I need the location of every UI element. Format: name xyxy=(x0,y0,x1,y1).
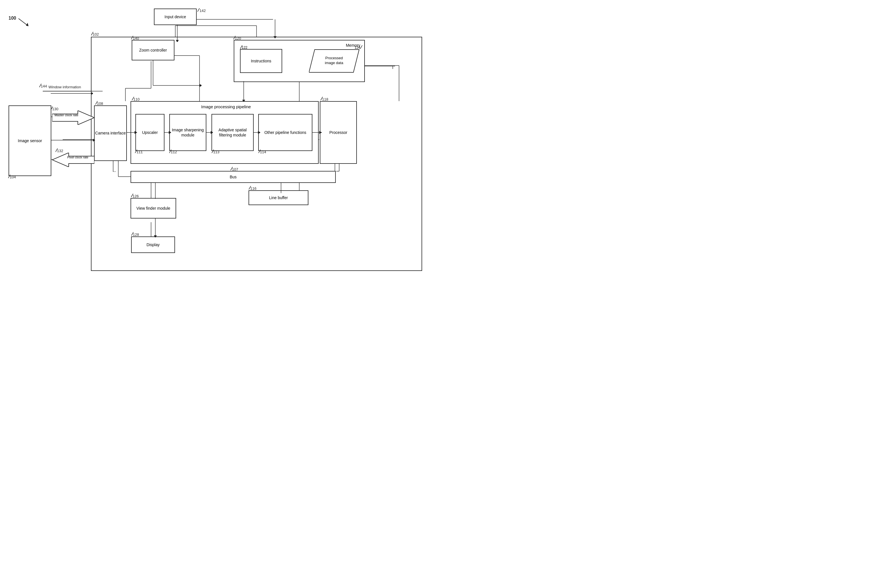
image-sensor-box: Image sensor xyxy=(9,105,51,176)
svg-line-39 xyxy=(91,32,93,35)
memory-box: Memory Instructions 122 Processed image … xyxy=(234,40,365,82)
svg-line-63 xyxy=(321,97,323,100)
svg-text:Master clock rate: Master clock rate xyxy=(54,113,78,117)
svg-line-56 xyxy=(56,148,57,152)
svg-line-60 xyxy=(169,150,171,153)
svg-marker-81 xyxy=(135,131,137,134)
svg-line-37 xyxy=(18,18,27,25)
other-functions-box: Other pipeline functions xyxy=(258,114,313,151)
svg-marker-54 xyxy=(52,153,94,167)
svg-marker-83 xyxy=(169,131,171,134)
sharpening-box: Image sharpening module xyxy=(169,114,206,151)
figure-arrow xyxy=(16,17,30,27)
svg-line-62 xyxy=(258,150,260,153)
svg-line-42 xyxy=(240,45,242,49)
zoom-controller-box: Zoom controller xyxy=(132,40,174,60)
svg-marker-85 xyxy=(210,131,213,134)
svg-line-61 xyxy=(212,150,214,153)
svg-marker-51 xyxy=(52,111,94,125)
upscaler-box: Upscaler xyxy=(135,114,164,151)
svg-line-71 xyxy=(131,232,134,236)
input-device-box: Input device xyxy=(154,9,197,25)
svg-line-59 xyxy=(135,150,137,153)
svg-line-53 xyxy=(51,106,53,110)
svg-line-49 xyxy=(39,84,41,87)
svg-marker-100 xyxy=(273,36,276,38)
svg-marker-97 xyxy=(176,40,179,42)
svg-line-48 xyxy=(8,175,10,178)
svg-line-66 xyxy=(231,167,233,170)
diagram: 100 102 Input device 142 Zoom controller… xyxy=(0,0,443,294)
svg-marker-79 xyxy=(93,139,95,142)
processed-image-data-box: Processed image data xyxy=(309,48,360,74)
svg-line-47 xyxy=(233,36,236,39)
ref-102-tick xyxy=(90,32,94,36)
view-finder-box: View finder module xyxy=(131,198,176,219)
svg-line-69 xyxy=(131,194,133,197)
display-box: Display xyxy=(131,237,175,253)
svg-marker-102 xyxy=(91,92,93,95)
instructions-box: Instructions xyxy=(240,49,282,73)
svg-text:Processed: Processed xyxy=(325,56,343,60)
bus-box: Bus xyxy=(131,171,336,183)
svg-marker-87 xyxy=(258,131,260,134)
svg-line-46 xyxy=(360,45,362,49)
pixel-clock-rate-box: Pixel clock rate xyxy=(52,153,94,167)
svg-line-58 xyxy=(132,97,134,100)
camera-interface-box: Camera interface xyxy=(94,105,127,161)
processor-box: Processor xyxy=(320,101,357,164)
svg-marker-95 xyxy=(200,84,201,87)
svg-text:Pixel clock rate: Pixel clock rate xyxy=(67,156,89,159)
svg-line-57 xyxy=(96,101,98,105)
svg-text:image data: image data xyxy=(325,61,343,65)
ref-142: 142 xyxy=(200,9,206,13)
svg-marker-65 xyxy=(319,131,322,134)
adaptive-box: Adaptive spatial filtering module xyxy=(212,114,254,151)
svg-line-41 xyxy=(131,36,133,39)
master-clock-rate-box: Master clock rate xyxy=(52,111,94,125)
svg-marker-89 xyxy=(242,100,245,102)
svg-marker-73 xyxy=(154,236,157,237)
svg-line-67 xyxy=(249,186,251,189)
svg-line-40 xyxy=(198,8,200,12)
figure-number: 100 xyxy=(9,16,16,21)
